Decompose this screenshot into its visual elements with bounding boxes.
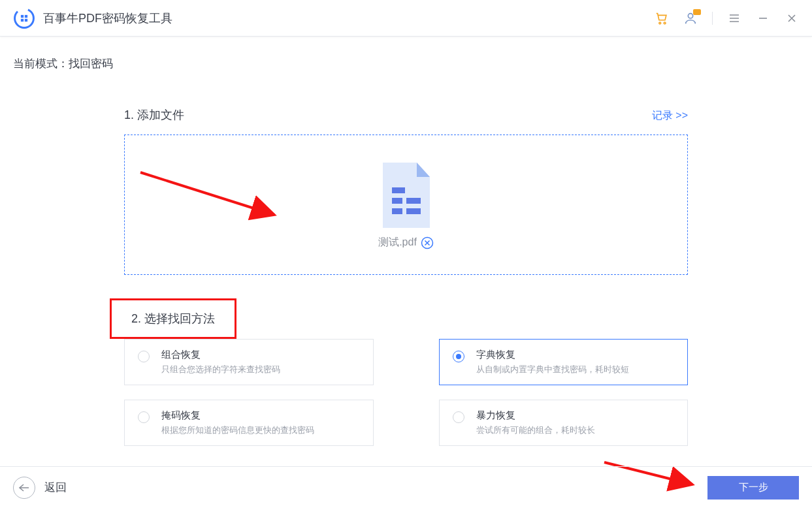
step1-title: 1. 添加文件 <box>124 107 184 123</box>
svg-rect-1 <box>21 14 24 17</box>
method-title: 暴力恢复 <box>476 409 595 422</box>
svg-rect-4 <box>25 18 27 21</box>
svg-rect-3 <box>21 18 24 21</box>
radio-icon <box>453 351 464 362</box>
file-label-row: 测试.pdf <box>378 236 434 249</box>
svg-point-0 <box>13 7 35 29</box>
method-title: 组合恢复 <box>161 349 280 361</box>
method-desc: 只组合您选择的字符来查找密码 <box>161 364 280 375</box>
svg-rect-2 <box>25 14 27 17</box>
svg-point-6 <box>664 22 666 24</box>
mode-label: 当前模式： <box>13 57 69 70</box>
svg-rect-9 <box>392 198 402 204</box>
back-button[interactable]: 返回 <box>13 477 67 499</box>
radio-icon <box>138 411 150 423</box>
method-dictionary[interactable]: 字典恢复 从自制或内置字典中查找密码，耗时较短 <box>439 339 689 385</box>
next-label: 下一步 <box>739 481 768 494</box>
method-desc: 尝试所有可能的组合，耗时较长 <box>476 424 595 436</box>
svg-rect-11 <box>392 208 402 214</box>
svg-point-5 <box>659 22 661 24</box>
method-mask[interactable]: 掩码恢复 根据您所知道的密码信息更快的查找密码 <box>124 400 374 446</box>
remove-file-icon[interactable] <box>421 236 434 249</box>
close-icon[interactable] <box>785 11 799 25</box>
section-wrapper: 1. 添加文件 记录 >> 测试.pdf <box>13 107 799 446</box>
app-logo-icon <box>13 7 35 29</box>
content: 当前模式：找回密码 1. 添加文件 记录 >> 测试.pdf <box>0 37 812 446</box>
method-title: 字典恢复 <box>476 349 629 361</box>
radio-icon <box>453 411 464 423</box>
step2-title: 2. 选择找回方法 <box>131 312 215 325</box>
methods-grid: 组合恢复 只组合您选择的字符来查找密码 字典恢复 从自制或内置字典中查找密码，耗… <box>124 339 688 446</box>
mode-line: 当前模式：找回密码 <box>13 56 799 71</box>
menu-icon[interactable] <box>727 11 741 25</box>
titlebar-right <box>655 11 799 25</box>
app-title: 百事牛PDF密码恢复工具 <box>43 10 172 26</box>
records-link[interactable]: 记录 >> <box>652 109 688 123</box>
method-desc: 根据您所知道的密码信息更快的查找密码 <box>161 424 314 436</box>
titlebar: 百事牛PDF密码恢复工具 <box>0 0 812 37</box>
method-desc: 从自制或内置字典中查找密码，耗时较短 <box>476 364 629 375</box>
file-icon <box>378 160 435 230</box>
file-drop-zone[interactable]: 测试.pdf <box>124 135 688 275</box>
step1-header: 1. 添加文件 记录 >> <box>124 107 688 123</box>
method-combination[interactable]: 组合恢复 只组合您选择的字符来查找密码 <box>124 339 374 385</box>
svg-rect-8 <box>392 187 405 193</box>
svg-rect-10 <box>406 198 421 204</box>
back-label: 返回 <box>44 480 67 495</box>
method-bruteforce[interactable]: 暴力恢复 尝试所有可能的组合，耗时较长 <box>439 400 689 446</box>
method-title: 掩码恢复 <box>161 409 314 422</box>
step2-title-highlight: 2. 选择找回方法 <box>110 298 236 339</box>
bottombar: 返回 下一步 <box>0 466 812 508</box>
radio-icon <box>138 351 150 362</box>
titlebar-divider <box>712 12 713 25</box>
minimize-icon[interactable] <box>756 11 770 25</box>
logo-wrap: 百事牛PDF密码恢复工具 <box>13 7 172 29</box>
next-button[interactable]: 下一步 <box>707 476 799 500</box>
svg-rect-12 <box>406 208 421 214</box>
cart-icon[interactable] <box>655 11 669 25</box>
back-arrow-icon <box>13 477 35 499</box>
file-icon-area: 测试.pdf <box>378 160 435 249</box>
file-name: 测试.pdf <box>378 236 417 249</box>
mode-value: 找回密码 <box>69 57 113 70</box>
user-icon[interactable] <box>683 11 698 25</box>
svg-point-7 <box>688 13 692 18</box>
